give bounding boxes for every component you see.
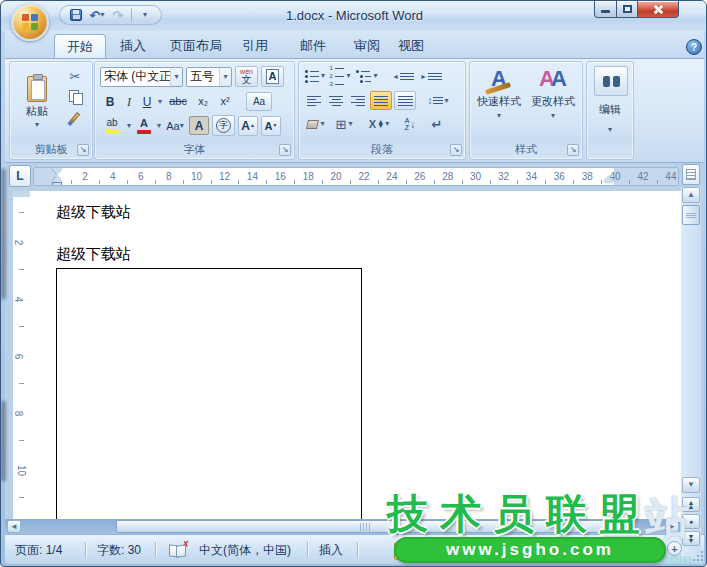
tab-view[interactable]: 视图 xyxy=(386,34,436,58)
sort-button[interactable]: AZ ↓ xyxy=(397,115,423,133)
styles-dialog-launcher[interactable]: ↘ xyxy=(567,144,579,156)
shrink-font-button[interactable]: A▼ xyxy=(261,116,281,136)
ruler-tick xyxy=(211,180,212,184)
minimize-button[interactable] xyxy=(594,1,617,18)
outline-view-button[interactable] xyxy=(454,542,473,560)
cut-button[interactable]: ✂ xyxy=(62,67,88,85)
underline-dropdown-icon[interactable]: ▾ xyxy=(158,98,162,106)
italic-button[interactable]: I xyxy=(122,95,136,109)
web-layout-view-button[interactable] xyxy=(434,542,453,560)
tab-home[interactable]: 开始 xyxy=(54,34,106,58)
v-scrollbar[interactable]: ▲ ▼ ▲▲ ● ▼▼ xyxy=(681,187,701,559)
font-color-dropdown-icon[interactable]: ▾ xyxy=(157,122,161,130)
phonetic-guide-button[interactable]: wén 文 xyxy=(235,66,258,87)
v-ruler[interactable]: 246810 xyxy=(13,191,30,519)
scroll-down-button[interactable]: ▼ xyxy=(682,477,700,493)
quick-styles-button[interactable]: A 快速样式 ▾ xyxy=(473,64,525,136)
v-scroll-thumb[interactable] xyxy=(682,205,700,225)
asian-layout-dropdown-icon: ▾ xyxy=(385,120,389,128)
select-browse-object-button[interactable]: ● xyxy=(682,514,700,529)
bullets-button[interactable]: ▾ xyxy=(304,67,326,85)
print-layout-view-button[interactable] xyxy=(394,542,413,560)
strikethrough-button[interactable]: abc xyxy=(166,95,190,108)
decrease-indent-button[interactable]: ◄ xyxy=(390,67,416,85)
bold-button[interactable]: B xyxy=(102,95,118,109)
ruler-number: 36 xyxy=(554,171,565,182)
h-scrollbar[interactable]: ◄ ► xyxy=(5,519,681,534)
paragraph-dialog-launcher[interactable]: ↘ xyxy=(450,144,462,156)
distribute-button[interactable] xyxy=(394,91,416,110)
tab-review[interactable]: 审阅 xyxy=(342,34,392,58)
page-indicator[interactable]: 页面: 1/4 xyxy=(11,541,66,559)
editing-dropdown[interactable]: ▾ xyxy=(587,118,633,136)
h-scroll-thumb[interactable] xyxy=(116,520,613,533)
scroll-right-button[interactable]: ► xyxy=(665,520,679,533)
zoom-in-button[interactable]: + xyxy=(667,541,682,556)
highlight-dropdown-icon[interactable]: ▾ xyxy=(127,122,131,130)
character-border-button[interactable]: A xyxy=(261,66,284,87)
enclose-characters-button[interactable]: 字 xyxy=(212,115,235,136)
paste-button[interactable]: 粘贴 ▾ xyxy=(16,65,58,139)
tab-page-layout[interactable]: 页面布局 xyxy=(158,34,234,58)
numbering-button[interactable]: 123 ▾ xyxy=(328,67,352,85)
paste-dropdown-icon: ▾ xyxy=(35,121,39,129)
language-indicator[interactable]: 中文(简体，中国) xyxy=(195,541,295,559)
format-painter-button[interactable] xyxy=(62,108,88,126)
office-button[interactable] xyxy=(11,3,49,41)
save-button[interactable] xyxy=(68,7,84,23)
spell-check-indicator[interactable]: ✗ xyxy=(165,541,190,559)
borders-button[interactable]: ⊞▾ xyxy=(331,115,357,133)
text-highlight-button[interactable]: ab xyxy=(100,117,124,134)
word-count-indicator[interactable]: 字数: 30 xyxy=(93,541,145,559)
close-button[interactable] xyxy=(637,1,679,18)
restore-button[interactable] xyxy=(616,1,638,18)
superscript-button[interactable]: x² xyxy=(216,95,234,108)
grow-font-button[interactable]: A▲ xyxy=(238,116,258,136)
shading-button[interactable]: ▾ xyxy=(304,115,328,133)
next-page-button[interactable]: ▼▼ xyxy=(682,531,700,546)
resize-grip[interactable] xyxy=(692,550,703,561)
increase-indent-button[interactable]: ► xyxy=(418,67,444,85)
character-shading-button[interactable]: A xyxy=(189,116,209,135)
h-ruler[interactable]: 2468101214161820222426283032343638404244 xyxy=(33,167,679,186)
font-dialog-launcher[interactable]: ↘ xyxy=(279,144,291,156)
multilevel-list-button[interactable]: ▾ xyxy=(354,67,380,85)
align-left-button[interactable] xyxy=(304,92,324,110)
left-indent-marker[interactable] xyxy=(52,182,62,186)
help-button[interactable]: ? xyxy=(686,39,702,55)
asian-layout-button[interactable]: X ▲▼ ▾ xyxy=(364,115,394,133)
tab-stop-selector[interactable]: L xyxy=(9,165,31,187)
scroll-left-button[interactable]: ◄ xyxy=(7,520,21,533)
align-center-button[interactable] xyxy=(326,92,346,110)
document-page[interactable]: 超级下载站 超级下载站 xyxy=(30,191,681,519)
draft-view-button[interactable] xyxy=(474,542,493,560)
subscript-button[interactable]: x₂ xyxy=(194,95,212,108)
line-spacing-button[interactable]: ↕ ▾ xyxy=(424,92,452,110)
previous-page-button[interactable]: ▲▲ xyxy=(682,497,700,512)
tab-references[interactable]: 引用 xyxy=(230,34,280,58)
font-size-select[interactable]: 五号 ▾ xyxy=(186,67,232,87)
font-name-select[interactable]: 宋体 (中文正文 ▾ xyxy=(100,67,183,87)
justify-button[interactable] xyxy=(370,91,392,110)
clear-formatting-button[interactable]: Aa xyxy=(246,92,272,111)
show-marks-button[interactable]: ↵ xyxy=(426,115,448,133)
font-color-button[interactable]: A xyxy=(134,117,154,135)
full-screen-reading-view-button[interactable] xyxy=(414,542,433,560)
copy-button[interactable] xyxy=(62,87,88,105)
first-line-indent-marker[interactable] xyxy=(52,168,62,174)
insert-mode-indicator[interactable]: 插入 xyxy=(315,541,347,559)
text-box[interactable] xyxy=(56,268,362,519)
scroll-up-button[interactable]: ▲ xyxy=(682,187,700,203)
change-styles-button[interactable]: A A 更改样式 ▾ xyxy=(527,64,579,136)
undo-button[interactable]: ↶▾ xyxy=(89,7,105,23)
change-case-button[interactable]: Aa▾ xyxy=(164,119,186,133)
tab-mailings[interactable]: 邮件 xyxy=(288,34,338,58)
clipboard-dialog-launcher[interactable]: ↘ xyxy=(77,144,89,156)
find-button[interactable] xyxy=(594,66,628,96)
right-indent-marker[interactable] xyxy=(604,176,614,182)
view-ruler-toggle-button[interactable] xyxy=(682,164,700,185)
ruler-number: 4 xyxy=(110,171,116,182)
underline-button[interactable]: U xyxy=(140,95,154,109)
tab-insert[interactable]: 插入 xyxy=(108,34,158,58)
align-right-button[interactable] xyxy=(348,92,368,110)
